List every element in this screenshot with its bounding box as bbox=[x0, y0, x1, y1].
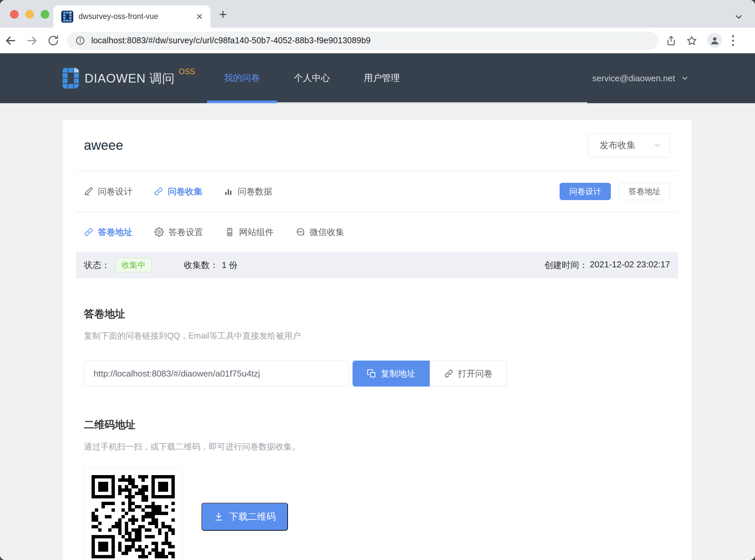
section-heading: 二维码地址 bbox=[84, 418, 670, 432]
toolbar-actions bbox=[666, 33, 734, 48]
survey-tabs-row: 问卷设计 问卷收集 问卷数据 问卷设计 答卷地址 bbox=[76, 171, 678, 212]
favicon-grid-icon bbox=[61, 11, 73, 23]
collect-count: 收集数： 1 份 bbox=[184, 259, 238, 271]
browser-toolbar: localhost:8083/#/dw/survey/c/url/c98fa14… bbox=[0, 28, 755, 53]
info-icon[interactable] bbox=[75, 36, 85, 46]
subtab-wechat-collect[interactable]: 微信收集 bbox=[295, 226, 344, 238]
gear-icon bbox=[155, 227, 164, 237]
bar-chart-icon bbox=[224, 187, 233, 196]
pencil-icon bbox=[84, 187, 93, 196]
tab-survey-data[interactable]: 问卷数据 bbox=[224, 186, 272, 197]
forward-arrow-icon[interactable] bbox=[21, 35, 43, 47]
page-body: aweee 发布收集 问卷设计 问卷收集 bbox=[0, 103, 755, 560]
nav-item-personal-center[interactable]: 个人中心 bbox=[277, 53, 347, 102]
subtab-answer-url[interactable]: 答卷地址 bbox=[84, 226, 132, 238]
survey-tabs: 问卷设计 问卷收集 问卷数据 bbox=[84, 186, 272, 197]
answer-url-section: 答卷地址 复制下面的问卷链接到QQ，Email等工具中直接发给被用户 bbox=[76, 307, 678, 341]
qr-code bbox=[91, 475, 175, 558]
wechat-chat-icon bbox=[295, 227, 305, 237]
zoom-window-button[interactable] bbox=[41, 10, 49, 19]
subtab-answer-settings[interactable]: 答卷设置 bbox=[155, 226, 203, 238]
collect-subtabs: 答卷地址 答卷设置 网站组件 微信收集 bbox=[76, 213, 678, 252]
download-qrcode-button[interactable]: 下载二维码 bbox=[201, 503, 288, 531]
survey-actions: 问卷设计 答卷地址 bbox=[559, 183, 670, 200]
account-menu[interactable]: service@diaowen.net bbox=[592, 53, 689, 103]
tab-survey-design[interactable]: 问卷设计 bbox=[84, 186, 132, 197]
title-row: aweee 发布收集 bbox=[76, 120, 678, 171]
window-controls bbox=[10, 10, 49, 19]
link-icon bbox=[444, 369, 453, 378]
avatar-icon[interactable] bbox=[707, 33, 722, 48]
section-desc: 通过手机扫一扫，或下载二维码，即可进行问卷数据收集。 bbox=[84, 441, 670, 452]
qrcode-row: 下载二维码 bbox=[76, 467, 678, 560]
survey-card: aweee 发布收集 问卷设计 问卷收集 bbox=[63, 120, 691, 560]
nav-item-my-surveys[interactable]: 我的问卷 bbox=[207, 53, 277, 102]
minimize-window-button[interactable] bbox=[25, 10, 34, 19]
subtab-site-widget[interactable]: 网站组件 bbox=[225, 226, 274, 238]
tab-title: dwsurvey-oss-front-vue bbox=[79, 12, 196, 21]
back-arrow-icon[interactable] bbox=[0, 35, 21, 47]
survey-design-button[interactable]: 问卷设计 bbox=[559, 183, 611, 200]
browser-tab-strip: dwsurvey-oss-front-vue ✕ + bbox=[0, 0, 755, 28]
close-window-button[interactable] bbox=[10, 10, 19, 19]
status-label: 状态： bbox=[84, 259, 110, 271]
brand[interactable]: DIAOWEN 调问 OSS bbox=[63, 68, 195, 89]
address-bar[interactable]: localhost:8083/#/dw/survey/c/url/c98fa14… bbox=[67, 32, 658, 49]
status-bar: 状态： 收集中 收集数： 1 份 创建时间： 2021-12-02 23:02:… bbox=[76, 252, 678, 278]
reload-icon[interactable] bbox=[43, 35, 64, 46]
open-survey-button[interactable]: 打开问卷 bbox=[430, 361, 507, 386]
diaowen-logo-icon bbox=[63, 68, 79, 89]
chevron-down-icon bbox=[680, 74, 689, 83]
main-nav: 我的问卷 个人中心 用户管理 bbox=[207, 53, 587, 103]
close-tab-icon[interactable]: ✕ bbox=[196, 12, 203, 21]
brand-badge: OSS bbox=[179, 67, 195, 76]
new-tab-button[interactable]: + bbox=[219, 10, 227, 19]
survey-title: aweee bbox=[84, 138, 123, 153]
link-icon bbox=[154, 187, 163, 196]
copy-url-button[interactable]: 复制地址 bbox=[352, 361, 430, 386]
publish-select[interactable]: 发布收集 bbox=[588, 133, 670, 158]
section-desc: 复制下面的问卷链接到QQ，Email等工具中直接发给被用户 bbox=[84, 330, 670, 341]
tab-survey-collect[interactable]: 问卷收集 bbox=[154, 186, 202, 197]
browser-tab[interactable]: dwsurvey-oss-front-vue ✕ bbox=[53, 5, 210, 28]
tab-search-chevron-icon[interactable] bbox=[734, 12, 744, 22]
qr-code-frame bbox=[84, 467, 182, 560]
url-button-group: 复制地址 打开问卷 bbox=[352, 361, 507, 386]
qrcode-section: 二维码地址 通过手机扫一扫，或下载二维码，即可进行问卷数据收集。 bbox=[76, 418, 678, 452]
account-email: service@diaowen.net bbox=[592, 73, 675, 84]
link-icon bbox=[84, 227, 93, 237]
copy-icon bbox=[367, 369, 376, 378]
status-badge: 收集中 bbox=[115, 258, 152, 272]
chevron-down-icon bbox=[653, 141, 662, 149]
answer-url-row: 复制地址 打开问卷 bbox=[76, 361, 678, 386]
brand-name: DIAOWEN 调问 bbox=[85, 68, 175, 89]
browser-window: dwsurvey-oss-front-vue ✕ + localhost:808… bbox=[0, 0, 755, 560]
download-icon bbox=[214, 512, 224, 522]
widget-tag-icon bbox=[225, 227, 234, 237]
answer-url-button[interactable]: 答卷地址 bbox=[619, 183, 670, 200]
created-time: 创建时间： 2021-12-02 23:02:17 bbox=[545, 259, 670, 271]
section-heading: 答卷地址 bbox=[84, 307, 670, 321]
share-icon[interactable] bbox=[666, 35, 676, 46]
url-text: localhost:8083/#/dw/survey/c/url/c98fa14… bbox=[91, 36, 370, 45]
menu-dots-icon[interactable] bbox=[732, 35, 734, 46]
app-header: DIAOWEN 调问 OSS 我的问卷 个人中心 用户管理 service@di… bbox=[0, 53, 755, 103]
nav-item-user-management[interactable]: 用户管理 bbox=[347, 53, 417, 102]
star-icon[interactable] bbox=[687, 35, 697, 46]
answer-url-input[interactable] bbox=[84, 361, 349, 386]
